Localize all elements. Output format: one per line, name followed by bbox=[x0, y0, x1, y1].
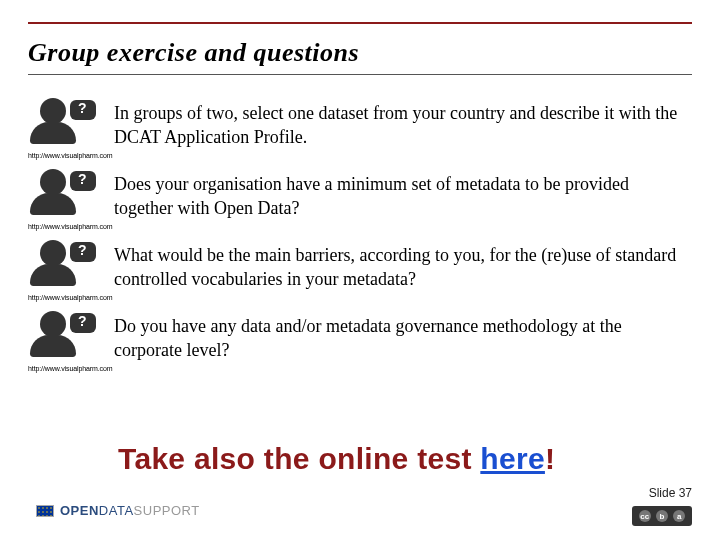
question-text: In groups of two, select one dataset fro… bbox=[114, 96, 692, 150]
page-title: Group exercise and questions bbox=[28, 38, 692, 68]
question-text: What would be the main barriers, accordi… bbox=[114, 238, 692, 292]
title-wrap: Group exercise and questions bbox=[28, 38, 692, 75]
logo-data: DATA bbox=[99, 503, 134, 518]
eu-flag-icon bbox=[36, 505, 54, 517]
cc-license-badge: cc b a bbox=[632, 506, 692, 526]
list-item: ? http://www.visualpharm.com Does your o… bbox=[28, 167, 692, 232]
image-attribution: http://www.visualpharm.com bbox=[28, 365, 114, 372]
speaking-head-icon: ? bbox=[28, 96, 98, 150]
cta-suffix: ! bbox=[545, 442, 555, 475]
footer-logo-text: OPENDATASUPPORT bbox=[60, 503, 200, 518]
icon-col: ? http://www.visualpharm.com bbox=[28, 238, 114, 303]
logo-support: SUPPORT bbox=[134, 503, 200, 518]
image-attribution: http://www.visualpharm.com bbox=[28, 223, 114, 230]
question-list: ? http://www.visualpharm.com In groups o… bbox=[28, 96, 692, 380]
icon-col: ? http://www.visualpharm.com bbox=[28, 96, 114, 161]
slide-number: Slide 37 bbox=[649, 486, 692, 500]
question-text: Do you have any data and/or metadata gov… bbox=[114, 309, 692, 363]
slide: Group exercise and questions ? http://ww… bbox=[0, 0, 720, 540]
logo-open: OPEN bbox=[60, 503, 99, 518]
footer-logo: OPENDATASUPPORT bbox=[36, 503, 200, 518]
list-item: ? http://www.visualpharm.com Do you have… bbox=[28, 309, 692, 374]
cc-sa-icon: a bbox=[673, 510, 685, 522]
icon-col: ? http://www.visualpharm.com bbox=[28, 167, 114, 232]
question-text: Does your organisation have a minimum se… bbox=[114, 167, 692, 221]
cc-icon: cc bbox=[639, 510, 651, 522]
top-rule bbox=[28, 22, 692, 38]
list-item: ? http://www.visualpharm.com What would … bbox=[28, 238, 692, 303]
image-attribution: http://www.visualpharm.com bbox=[28, 152, 114, 159]
cta-line: Take also the online test here! bbox=[118, 442, 692, 476]
cc-by-icon: b bbox=[656, 510, 668, 522]
speaking-head-icon: ? bbox=[28, 167, 98, 221]
image-attribution: http://www.visualpharm.com bbox=[28, 294, 114, 301]
cta-prefix: Take also the online test bbox=[118, 442, 480, 475]
list-item: ? http://www.visualpharm.com In groups o… bbox=[28, 96, 692, 161]
cta-link[interactable]: here bbox=[480, 442, 545, 475]
speaking-head-icon: ? bbox=[28, 238, 98, 292]
speaking-head-icon: ? bbox=[28, 309, 98, 363]
icon-col: ? http://www.visualpharm.com bbox=[28, 309, 114, 374]
